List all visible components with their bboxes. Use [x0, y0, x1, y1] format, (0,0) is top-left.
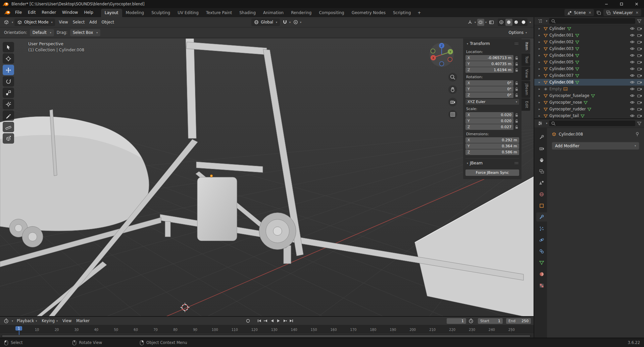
disable-in-renders-toggle[interactable] — [637, 41, 642, 44]
shading-material-button[interactable] — [513, 19, 520, 26]
jump-to-start-button[interactable] — [256, 318, 262, 324]
properties-tab-constraints[interactable] — [536, 247, 547, 256]
workspace-tab-sculpting[interactable]: Sculpting — [148, 9, 174, 17]
add-workspace-button[interactable]: + — [414, 9, 424, 17]
expand-icon[interactable]: ▸ — [539, 47, 542, 50]
properties-tab-output[interactable] — [536, 155, 547, 164]
blender-menu-icon[interactable] — [4, 10, 10, 15]
mode-dropdown[interactable]: Object Mode ▾ — [14, 18, 55, 26]
hide-in-viewport-toggle[interactable] — [630, 67, 635, 70]
disable-in-renders-toggle[interactable] — [637, 54, 642, 57]
tool-annotate[interactable] — [3, 110, 14, 121]
disable-in-renders-toggle[interactable] — [637, 67, 642, 70]
properties-tab-world[interactable] — [536, 190, 547, 199]
hide-in-viewport-toggle[interactable] — [630, 94, 635, 97]
timeline-menu-keying[interactable]: Keying▾ — [39, 318, 60, 323]
hide-in-viewport-toggle[interactable] — [630, 60, 635, 64]
workspace-tab-scripting[interactable]: Scripting — [389, 9, 414, 17]
properties-search-field[interactable] — [549, 120, 635, 126]
workspace-tab-texture-paint[interactable]: Texture Paint — [202, 9, 236, 17]
workspace-tab-layout[interactable]: Layout — [101, 9, 122, 17]
hide-in-viewport-toggle[interactable] — [630, 40, 635, 44]
rotation-z-field[interactable]: Z0° — [465, 92, 513, 98]
menu-edit[interactable]: Edit — [25, 8, 39, 17]
transform-panel-header[interactable]: ▾ Transform — [465, 39, 519, 48]
disable-in-renders-toggle[interactable] — [637, 114, 642, 117]
workspace-tab-animation[interactable]: Animation — [259, 9, 287, 17]
expand-icon[interactable]: ▸ — [539, 81, 542, 84]
scale-z-field[interactable]: Z0.027 — [465, 124, 513, 130]
lock-icon[interactable] — [514, 68, 519, 72]
rotation-x-field[interactable]: X0° — [465, 80, 513, 86]
axis-neg-y-ball[interactable] — [431, 49, 435, 53]
workspace-tab-compositing[interactable]: Compositing — [315, 9, 348, 17]
options-dropdown[interactable]: Options▾ — [509, 30, 527, 35]
lock-icon[interactable] — [514, 81, 519, 85]
hide-in-viewport-toggle[interactable] — [630, 81, 635, 84]
expand-icon[interactable]: ▸ — [539, 67, 542, 70]
properties-tab-object-data[interactable] — [536, 258, 547, 267]
expand-icon[interactable]: ▸ — [539, 101, 542, 104]
disable-in-renders-toggle[interactable] — [637, 81, 642, 84]
viewport-menu-object[interactable]: Object — [99, 20, 116, 24]
proportional-editing-toggle[interactable] — [292, 19, 299, 26]
play-reverse-button[interactable] — [269, 318, 275, 324]
menu-file[interactable]: File — [12, 8, 25, 17]
outliner-item-cylinder-007[interactable]: ▸Cylinder.007 — [534, 72, 644, 79]
tool-move[interactable] — [3, 65, 14, 75]
current-frame-indicator[interactable]: 1 — [15, 326, 22, 331]
auto-keying-toggle[interactable] — [244, 317, 251, 325]
filter-icon[interactable] — [637, 121, 642, 126]
hide-in-viewport-toggle[interactable] — [630, 87, 635, 91]
outliner-item-gyrocopter-fuselage[interactable]: ▸Gyrocopter_fuselage — [534, 92, 644, 99]
tool-transform[interactable] — [3, 99, 14, 109]
jump-to-next-keyframe-button[interactable] — [282, 318, 288, 324]
lock-icon[interactable] — [514, 87, 519, 91]
hide-in-viewport-toggle[interactable] — [630, 101, 635, 104]
outliner-item-cylinder-008[interactable]: ▸Cylinder.008 — [534, 79, 644, 86]
lock-icon[interactable] — [514, 113, 519, 117]
npanel-tab-jbeam[interactable]: JBeam — [522, 81, 530, 98]
outliner-search-field[interactable] — [549, 18, 635, 24]
hide-in-viewport-toggle[interactable] — [630, 74, 635, 77]
dimensions-z-field[interactable]: Z0.586 m — [465, 149, 519, 155]
toggle-camera-view-button[interactable] — [448, 98, 457, 106]
expand-icon[interactable]: ▸ — [539, 60, 542, 64]
workspace-tab-uv-editing[interactable]: UV Editing — [174, 9, 202, 17]
view-layer-selector[interactable]: ViewLayer × — [603, 9, 641, 16]
outliner-editor-type-dropdown[interactable] — [537, 17, 544, 24]
viewport-menu-view[interactable]: View — [56, 20, 70, 24]
outliner-item-gyrocopter-rudder[interactable]: ▸Gyrocopter_rudder — [534, 106, 644, 112]
workspace-tab-rendering[interactable]: Rendering — [287, 9, 315, 17]
disable-in-renders-toggle[interactable] — [637, 108, 642, 111]
remove-view-layer-button[interactable]: × — [636, 10, 639, 15]
npanel-tab-edit[interactable]: Edit — [522, 98, 530, 111]
workspace-tab-modeling[interactable]: Modeling — [122, 9, 148, 17]
tool-add-cube[interactable] — [3, 133, 14, 144]
dimensions-y-field[interactable]: Y0.364 m — [465, 143, 519, 149]
npanel-tab-tool[interactable]: Tool — [522, 53, 530, 66]
location-y-field[interactable]: Y0.40735 m — [465, 61, 513, 67]
toggle-orthographic-button[interactable] — [448, 110, 457, 119]
add-modifier-dropdown[interactable]: Add Modifier ▾ — [552, 142, 639, 150]
hide-in-viewport-toggle[interactable] — [630, 54, 635, 57]
timeline-scrollbar[interactable] — [1, 335, 531, 337]
outliner-item-cylinder-004[interactable]: ▸Cylinder.004 — [534, 52, 644, 59]
expand-icon[interactable]: ▸ — [539, 27, 542, 30]
outliner-item-cylinder-002[interactable]: ▸Cylinder.002 — [534, 39, 644, 45]
timeline-editor-type-dropdown[interactable] — [3, 317, 10, 325]
orientation-dropdown[interactable]: Default▾ — [30, 29, 54, 36]
toggle-xray-button[interactable] — [488, 19, 495, 26]
filter-icon[interactable] — [637, 19, 642, 23]
disable-in-renders-toggle[interactable] — [637, 61, 642, 64]
outliner-item-cylinder[interactable]: ▸Cylinder — [534, 25, 644, 32]
jump-to-prev-keyframe-button[interactable] — [262, 318, 269, 324]
viewport-pan-button[interactable] — [448, 85, 457, 94]
expand-icon[interactable]: ▸ — [539, 54, 542, 57]
axis-neg-z-ball[interactable] — [440, 62, 444, 66]
outliner-item-cylinder-003[interactable]: ▸Cylinder.003 — [534, 45, 644, 52]
lock-icon[interactable] — [514, 62, 519, 66]
jbeam-panel-header[interactable]: ▾ JBeam — [465, 158, 519, 167]
viewport-canvas[interactable]: User Perspective (1) Collection | Cylind… — [0, 39, 534, 316]
outliner-item-cylinder-006[interactable]: ▸Cylinder.006 — [534, 65, 644, 72]
